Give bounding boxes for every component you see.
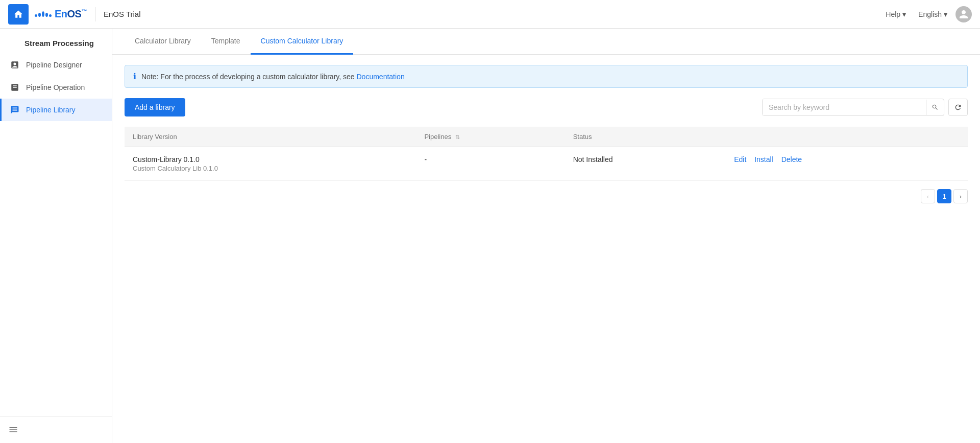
language-button[interactable]: English ▾ [914,8,951,20]
sidebar-bottom [0,416,112,443]
refresh-button[interactable] [948,99,968,116]
home-button[interactable] [8,4,29,25]
tab-template[interactable]: Template [201,29,251,55]
pagination-page-1[interactable]: 1 [937,189,951,203]
edit-link[interactable]: Edit [734,155,746,164]
pagination-next[interactable]: › [953,189,968,203]
tab-calculator-library[interactable]: Calculator Library [125,29,201,55]
search-box [762,99,944,116]
sort-icon: ⇅ [455,134,460,140]
app-name: EnOS Trial [104,10,141,18]
add-library-button[interactable]: Add a library [125,98,185,116]
search-button[interactable] [926,100,944,115]
sidebar-item-label: Pipeline Operation [26,83,85,91]
sidebar-item-pipeline-designer[interactable]: Pipeline Designer [0,54,112,76]
toolbar-row: Add a library [125,98,968,116]
col-pipelines[interactable]: Pipelines ⇅ [416,127,565,147]
info-banner-text: Note: For the process of developing a cu… [141,73,405,81]
sidebar-item-pipeline-library[interactable]: Pipeline Library [0,99,112,121]
col-actions [726,127,968,147]
tab-custom-calculator-library[interactable]: Custom Calculator Library [251,29,354,55]
header-divider [95,7,95,21]
data-table: Library Version Pipelines ⇅ Status [125,127,968,181]
main-layout: Stream Processing Pipeline Designer Pipe… [0,29,980,443]
tabs-bar: Calculator Library Template Custom Calcu… [112,29,980,55]
pagination-prev[interactable]: ‹ [921,189,935,203]
help-button[interactable]: Help ▾ [881,8,910,20]
cell-library-version: Custom-Library 0.1.0 Custom Calculatory … [125,147,416,181]
enos-logo-text: EnOS™ [55,8,87,20]
info-icon: ℹ [133,72,136,81]
sidebar-item-pipeline-operation[interactable]: Pipeline Operation [0,76,112,99]
pipeline-library-icon [10,105,20,115]
content-area: Calculator Library Template Custom Calcu… [112,29,980,443]
chevron-down-icon: ▾ [902,10,906,18]
col-status: Status [565,127,726,147]
search-actions [762,99,968,116]
sidebar-item-label: Pipeline Library [26,106,76,114]
sidebar: Stream Processing Pipeline Designer Pipe… [0,29,112,443]
header-right: Help ▾ English ▾ [881,6,972,22]
pipeline-designer-icon [10,60,20,70]
sidebar-item-label: Pipeline Designer [26,61,82,69]
top-header: EnOS™ EnOS Trial Help ▾ English ▾ [0,0,980,29]
table-row: Custom-Library 0.1.0 Custom Calculatory … [125,147,968,181]
page-content: ℹ Note: For the process of developing a … [112,55,980,443]
table-header-row: Library Version Pipelines ⇅ Status [125,127,968,147]
avatar[interactable] [955,6,972,22]
library-name: Custom-Library 0.1.0 [133,155,408,164]
status-badge: Not Installed [573,155,613,164]
enos-dots-icon [35,11,52,17]
install-link[interactable]: Install [754,155,773,164]
col-library-version: Library Version [125,127,416,147]
delete-link[interactable]: Delete [781,155,802,164]
sidebar-section-title: Stream Processing [0,29,112,54]
cell-pipelines: - [416,147,565,181]
enos-logo: EnOS™ [35,8,87,20]
cell-actions: Edit Install Delete [726,147,968,181]
chevron-down-icon: ▾ [944,10,947,18]
info-banner: ℹ Note: For the process of developing a … [125,65,968,88]
cell-status: Not Installed [565,147,726,181]
library-description: Custom Calculatory Lib 0.1.0 [133,165,408,172]
pipeline-operation-icon [10,82,20,92]
sidebar-collapse-button[interactable] [8,425,104,435]
documentation-link[interactable]: Documentation [357,73,405,81]
search-input[interactable] [763,99,926,115]
pagination: ‹ 1 › [125,181,968,212]
